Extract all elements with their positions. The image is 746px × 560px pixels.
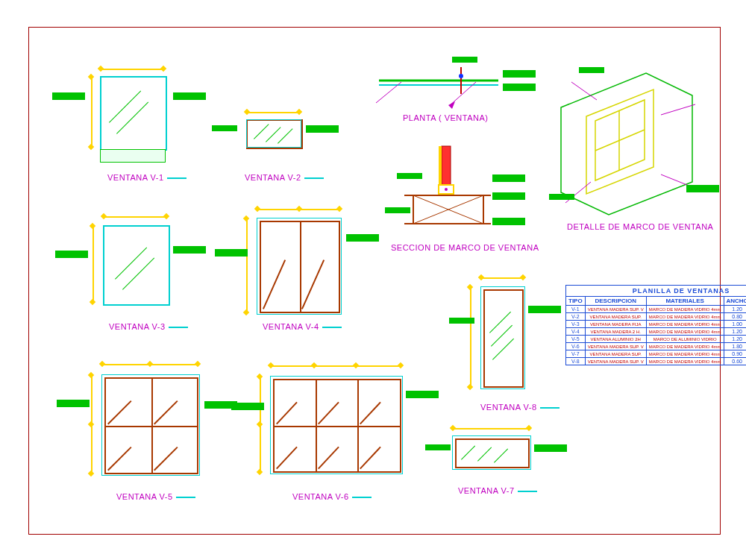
table-cell: 1.20 [724, 336, 746, 343]
window-v7 [436, 425, 562, 492]
table-cell: V-4 [566, 328, 586, 336]
caption-v2: VENTANA V-2 [245, 173, 324, 182]
table-cell: VENTANA MADERA 2 H. [585, 328, 646, 336]
table-row: V-1VENTANA MADERA SUP. VMARCO DE MADERA … [566, 306, 747, 313]
window-v2 [224, 112, 343, 172]
table-cell: VENTANA MADERA SUP. V [585, 358, 646, 365]
table-cell: V-8 [566, 358, 586, 365]
table-row: V-8VENTANA MADERA SUP. VMARCO DE MADERA … [566, 358, 747, 365]
table-row: V-6VENTANA MADERA SUP. VMARCO DE MADERA … [566, 343, 747, 350]
window-v1 [81, 66, 192, 177]
window-v3 [81, 212, 200, 331]
svg-point-16 [445, 188, 448, 191]
th-mat: MATERIALES [646, 297, 724, 306]
caption-v3: VENTANA V-3 [109, 322, 188, 331]
caption-detalle: DETALLE DE MARCO DE VENTANA [567, 222, 713, 231]
detail-iso [549, 63, 713, 234]
table-cell: MARCO DE ALUMINIO VIDRIO [646, 336, 724, 343]
table-cell: V-6 [566, 343, 586, 350]
caption-v6: VENTANA V-6 [292, 492, 372, 501]
table-header-row: TIPO DESCRIPCION MATERIALES ANCHO ALTO T… [566, 297, 747, 306]
caption-v1: VENTANA V-1 [107, 173, 186, 182]
table-cell: 0.60 [724, 358, 746, 365]
table-cell: 1.20 [724, 306, 746, 313]
window-v8 [457, 271, 568, 413]
table-cell: VENTANA MADERA SUP. [585, 350, 646, 358]
table-row: V-5VENTANA ALUMINIO 2HMARCO DE ALUMINIO … [566, 336, 747, 343]
detail-seccion [379, 143, 536, 255]
table-body: V-1VENTANA MADERA SUP. VMARCO DE MADERA … [566, 306, 747, 365]
svg-line-21 [595, 130, 645, 151]
table-cell: V-2 [566, 313, 586, 321]
table-cell: 1.80 [724, 343, 746, 350]
table-row: V-7VENTANA MADERA SUP.MARCO DE MADERA VI… [566, 350, 747, 358]
table-row: V-4VENTANA MADERA 2 H.MARCO DE MADERA VI… [566, 328, 747, 336]
table-cell: MARCO DE MADERA VIDRIO 4mm [646, 306, 724, 313]
svg-marker-17 [561, 73, 692, 215]
svg-marker-18 [586, 89, 653, 194]
drawing-sheet: VENTANA V-1 VENTANA V-2 VENTANA V-3 [0, 0, 746, 560]
planilla-table-container: PLANILLA DE VENTANAS TIPO DESCRIPCION MA… [565, 285, 746, 365]
table-row: V-2VENTANA MADERA SUP.MARCO DE MADERA VI… [566, 313, 747, 321]
caption-planta: PLANTA ( VENTANA) [403, 113, 488, 122]
svg-line-22 [571, 82, 597, 100]
table-cell: VENTANA MADERA FIJA [585, 321, 646, 328]
svg-rect-7 [442, 146, 451, 185]
table-row: V-3VENTANA MADERA FIJAMARCO DE MADERA VI… [566, 321, 747, 328]
window-v6 [251, 358, 430, 500]
detail-planta [372, 60, 528, 119]
table-cell: VENTANA MADERA SUP. [585, 313, 646, 321]
caption-v4: VENTANA V-4 [263, 322, 342, 331]
seccion-svg [379, 143, 536, 240]
table-cell: MARCO DE MADERA VIDRIO 4mm [646, 321, 724, 328]
table-cell: V-5 [566, 336, 586, 343]
table-cell: MARCO DE MADERA VIDRIO 4mm [646, 350, 724, 358]
caption-v5: VENTANA V-5 [116, 492, 195, 501]
table-title: PLANILLA DE VENTANAS [566, 286, 747, 297]
table-cell: V-1 [566, 306, 586, 313]
table-cell: 1.00 [724, 321, 746, 328]
th-ancho: ANCHO [724, 297, 746, 306]
svg-rect-8 [439, 146, 442, 185]
caption-v7: VENTANA V-7 [458, 486, 537, 495]
table-cell: V-3 [566, 321, 586, 328]
svg-point-3 [459, 74, 463, 78]
table-cell: 0.90 [724, 350, 746, 358]
table-cell: V-7 [566, 350, 586, 358]
table-cell: 1.20 [724, 328, 746, 336]
planilla-table: PLANILLA DE VENTANAS TIPO DESCRIPCION MA… [565, 285, 746, 365]
caption-seccion: SECCION DE MARCO DE VENTANA [391, 243, 539, 252]
caption-v8: VENTANA V-8 [480, 403, 560, 412]
table-cell: MARCO DE MADERA VIDRIO 4mm [646, 328, 724, 336]
table-cell: VENTANA ALUMINIO 2H [585, 336, 646, 343]
svg-marker-6 [448, 101, 455, 109]
table-cell: MARCO DE MADERA VIDRIO 4mm [646, 343, 724, 350]
th-desc: DESCRIPCION [585, 297, 646, 306]
table-cell: MARCO DE MADERA VIDRIO 4mm [646, 358, 724, 365]
table-cell: VENTANA MADERA SUP. V [585, 306, 646, 313]
table-cell: MARCO DE MADERA VIDRIO 4mm [646, 313, 724, 321]
table-cell: VENTANA MADERA SUP. V [585, 343, 646, 350]
table-cell: 0.80 [724, 313, 746, 321]
th-tipo: TIPO [566, 297, 586, 306]
window-v5 [79, 358, 228, 500]
window-v4 [236, 206, 370, 333]
svg-line-23 [661, 104, 695, 115]
